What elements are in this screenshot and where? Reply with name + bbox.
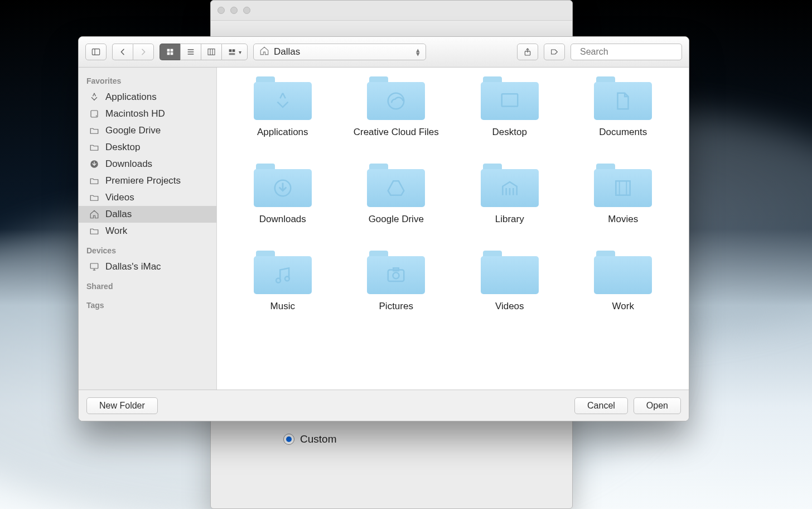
sidebar-item-google-drive[interactable]: Google Drive [79,122,216,139]
svg-rect-46 [388,270,404,282]
search-input[interactable] [580,47,689,57]
folder-pictures[interactable]: Pictures [344,251,449,312]
folder-movies[interactable]: Movies [571,164,676,225]
folder-applications[interactable]: Applications [230,76,335,138]
toolbar: ▾ Dallas ▴▾ [79,37,689,68]
sidebar-section-shared: Shared [79,278,216,294]
folder-desktop[interactable]: Desktop [457,76,562,138]
svg-rect-3 [171,49,173,52]
file-grid: ApplicationsCreative Cloud FilesDesktopD… [217,68,689,390]
folder-creative-cloud-files[interactable]: Creative Cloud Files [344,76,449,138]
folder-icon [367,164,425,207]
folder-icon [481,251,539,294]
sidebar-item-videos[interactable]: Videos [79,189,216,206]
gallery-view-button[interactable]: ▾ [221,44,248,60]
sidebar-toggle-button[interactable] [85,44,107,60]
svg-point-20 [94,93,95,94]
folder-label: Movies [608,214,638,225]
svg-point-22 [95,95,96,97]
folder-videos[interactable]: Videos [457,251,562,312]
svg-point-44 [276,278,281,283]
apps-glyph-icon [254,82,312,120]
folder-label: Google Drive [369,214,424,225]
grid-icon [166,47,175,56]
nav-segment [112,44,154,60]
parent-window-titlebar [211,1,572,21]
folder-label: Music [270,301,295,312]
folder-downloads[interactable]: Downloads [230,164,335,225]
sidebar-item-label: Dallas's iMac [105,261,161,272]
share-icon [523,47,532,56]
folder-label: Work [612,301,634,312]
apps-icon [89,92,100,103]
column-view-button[interactable] [201,44,221,60]
folder-icon [254,251,312,294]
svg-rect-4 [167,52,170,55]
sidebar-item-desktop[interactable]: Desktop [79,139,216,156]
folder-label: Videos [495,301,524,312]
svg-point-45 [285,276,289,281]
download-glyph-icon [254,169,312,207]
new-folder-button[interactable]: New Folder [86,397,158,414]
folder-documents[interactable]: Documents [571,76,676,138]
folder-icon [594,164,652,207]
columns-icon [207,47,216,56]
folder-icon [481,76,539,120]
movies-glyph-icon [594,169,652,207]
sidebar-item-applications[interactable]: Applications [79,89,216,105]
sidebar-item-downloads[interactable]: Downloads [79,156,216,172]
folder-icon [89,125,100,136]
svg-rect-9 [208,49,215,55]
folder-icon [254,164,312,207]
blank-glyph-icon [481,256,539,294]
search-field[interactable] [571,44,682,60]
folder-label: Library [495,214,524,225]
list-icon [186,47,195,56]
folder-music[interactable]: Music [230,251,335,312]
sidebar-item-label: Dallas [105,209,132,220]
svg-rect-0 [92,49,99,55]
svg-rect-30 [90,263,98,268]
sidebar-item-label: Premiere Projects [105,175,181,186]
folder-icon [594,251,652,294]
zoom-icon[interactable] [243,7,250,14]
svg-marker-37 [388,181,404,195]
sidebar-section-favorites: Favorites [79,73,216,89]
folder-label: Documents [599,127,647,138]
list-view-button[interactable] [180,44,201,60]
location-popup[interactable]: Dallas ▴▾ [253,44,426,60]
folder-library[interactable]: Library [457,164,562,225]
sidebar-item-label: Videos [105,192,134,203]
icon-view-button[interactable] [160,44,180,60]
drive-glyph-icon [367,169,425,207]
radio-custom[interactable] [283,434,294,445]
minimize-icon[interactable] [230,7,238,14]
sidebar-item-work[interactable]: Work [79,223,216,239]
svg-point-27 [96,116,97,117]
chevron-left-icon [118,47,127,56]
sidebar-item-premiere-projects[interactable]: Premiere Projects [79,172,216,189]
folder-icon [89,225,100,237]
folder-label: Downloads [259,214,306,225]
cancel-button[interactable]: Cancel [574,397,628,414]
home-icon [89,209,100,220]
back-button[interactable] [112,44,133,60]
hd-icon [89,108,100,119]
sidebar-item-dallas-s-imac[interactable]: Dallas's iMac [79,258,216,275]
folder-work[interactable]: Work [571,251,676,312]
parent-radio-row[interactable]: Custom [283,433,336,445]
sidebar-item-label: Google Drive [105,125,161,136]
sidebar-item-macintosh-hd[interactable]: Macintosh HD [79,105,216,122]
forward-button[interactable] [133,44,154,60]
pictures-glyph-icon [367,256,425,294]
share-button[interactable] [517,44,538,60]
folder-icon [89,192,100,203]
folder-google-drive[interactable]: Google Drive [344,164,449,225]
sidebar-section-tags: Tags [79,297,216,313]
sidebar-item-dallas[interactable]: Dallas [79,206,216,223]
close-icon[interactable] [218,7,225,14]
tags-button[interactable] [544,44,565,60]
open-button[interactable]: Open [634,397,681,414]
doc-glyph-icon [594,82,652,120]
svg-point-24 [96,97,98,98]
